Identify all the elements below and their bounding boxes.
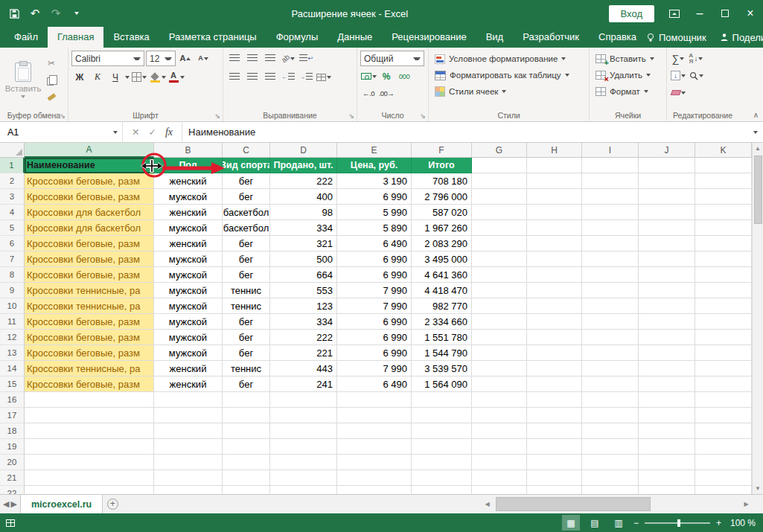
cell-A7[interactable]: Кроссовки беговые, разм: [25, 251, 154, 267]
name-box[interactable]: A1: [0, 122, 123, 142]
cell-H10[interactable]: [527, 298, 582, 314]
cell-E6[interactable]: 6 490: [337, 236, 412, 251]
column-header-C[interactable]: C: [223, 143, 270, 158]
cell-G11[interactable]: [472, 314, 527, 330]
cell-A2[interactable]: Кроссовки беговые, разм: [25, 173, 154, 189]
cell-J22[interactable]: [639, 486, 695, 494]
cell-F15[interactable]: 1 564 090: [412, 376, 472, 392]
cell-I11[interactable]: [582, 314, 639, 330]
ribbon-tab-7[interactable]: Вид: [476, 27, 514, 48]
autosum-button[interactable]: ∑: [670, 51, 686, 66]
cell-I4[interactable]: [582, 205, 639, 220]
cell-D16[interactable]: [270, 392, 337, 408]
orientation-button[interactable]: ab: [280, 51, 296, 66]
cell-G8[interactable]: [472, 267, 527, 283]
cell-E18[interactable]: [337, 423, 412, 439]
cell-F12[interactable]: 1 551 780: [412, 330, 472, 345]
cell-F2[interactable]: 708 180: [412, 173, 472, 189]
cell-I14[interactable]: [582, 361, 639, 376]
minimize-button[interactable]: –: [687, 0, 712, 27]
sheet-tab-active[interactable]: microexcel.ru: [20, 495, 103, 513]
cell-F5[interactable]: 1 967 260: [412, 220, 472, 236]
cell-C16[interactable]: [223, 392, 270, 408]
cell-F4[interactable]: 587 020: [412, 205, 472, 220]
scroll-right-icon[interactable]: ▶: [741, 501, 752, 507]
column-header-A[interactable]: A: [25, 143, 154, 158]
cell-H19[interactable]: [527, 439, 582, 455]
cell-D21[interactable]: [270, 470, 337, 486]
ribbon-tab-9[interactable]: Справка: [589, 27, 646, 48]
cell-B12[interactable]: мужской: [154, 330, 223, 345]
cell-D3[interactable]: 400: [270, 189, 337, 205]
cell-C17[interactable]: [223, 408, 270, 423]
cell-G14[interactable]: [472, 361, 527, 376]
cell-A15[interactable]: Кроссовки беговые, разм: [25, 376, 154, 392]
cell-H17[interactable]: [527, 408, 582, 423]
cell-F16[interactable]: [412, 392, 472, 408]
column-header-B[interactable]: B: [154, 143, 223, 158]
maximize-button[interactable]: [712, 0, 738, 27]
clear-button[interactable]: [670, 85, 686, 100]
borders-button[interactable]: [131, 69, 147, 85]
cell-D22[interactable]: [270, 486, 337, 494]
cell-I19[interactable]: [582, 439, 639, 455]
expand-formula-bar-icon[interactable]: [748, 122, 763, 142]
cell-C8[interactable]: бег: [223, 267, 270, 283]
row-header-2[interactable]: 2: [0, 173, 25, 189]
cell-H4[interactable]: [527, 205, 582, 220]
scroll-up-icon[interactable]: ▲: [753, 143, 763, 154]
row-header-18[interactable]: 18: [0, 423, 25, 439]
cell-F11[interactable]: 2 334 660: [412, 314, 472, 330]
cell-A5[interactable]: Кроссовки для баскетбол: [25, 220, 154, 236]
cell-A1[interactable]: Наименование: [25, 158, 154, 173]
align-bottom-button[interactable]: [262, 51, 278, 66]
cancel-entry-icon[interactable]: ✕: [132, 126, 139, 138]
cell-E14[interactable]: 7 990: [337, 361, 412, 376]
column-header-I[interactable]: I: [582, 143, 639, 158]
cell-C20[interactable]: [223, 455, 270, 470]
cell-I7[interactable]: [582, 251, 639, 267]
cell-K14[interactable]: [695, 361, 752, 376]
cell-J9[interactable]: [639, 283, 695, 298]
cell-A8[interactable]: Кроссовки беговые, разм: [25, 267, 154, 283]
cell-K11[interactable]: [695, 314, 752, 330]
fill-button[interactable]: ↓: [670, 68, 686, 83]
cell-I2[interactable]: [582, 173, 639, 189]
sort-filter-button[interactable]: АЯ↓: [688, 51, 704, 66]
cell-A10[interactable]: Кроссовки теннисные, ра: [25, 298, 154, 314]
cell-G22[interactable]: [472, 486, 527, 494]
cell-G7[interactable]: [472, 251, 527, 267]
font-size-combo[interactable]: 12: [146, 51, 176, 66]
cell-F10[interactable]: 982 770: [412, 298, 472, 314]
cell-F19[interactable]: [412, 439, 472, 455]
cell-A18[interactable]: [25, 423, 154, 439]
cell-I18[interactable]: [582, 423, 639, 439]
decrease-font-size-button[interactable]: А: [195, 51, 211, 66]
cell-F21[interactable]: [412, 470, 472, 486]
cell-J15[interactable]: [639, 376, 695, 392]
cell-B20[interactable]: [154, 455, 223, 470]
cell-G3[interactable]: [472, 189, 527, 205]
confirm-entry-icon[interactable]: ✓: [148, 126, 156, 138]
cell-D13[interactable]: 221: [270, 345, 337, 361]
select-all-button[interactable]: [0, 143, 25, 158]
format-painter-button[interactable]: [43, 89, 60, 105]
cell-styles-button[interactable]: Стили ячеек: [432, 83, 586, 100]
row-header-16[interactable]: 16: [0, 392, 25, 408]
cell-K1[interactable]: [695, 158, 752, 173]
cell-J18[interactable]: [639, 423, 695, 439]
cell-E21[interactable]: [337, 470, 412, 486]
cell-H16[interactable]: [527, 392, 582, 408]
cell-I1[interactable]: [582, 158, 639, 173]
cell-H15[interactable]: [527, 376, 582, 392]
cell-A22[interactable]: [25, 486, 154, 494]
cell-E1[interactable]: Цена, руб.: [337, 158, 412, 173]
cell-E20[interactable]: [337, 455, 412, 470]
cell-E11[interactable]: 6 990: [337, 314, 412, 330]
underline-dropdown-icon[interactable]: [125, 76, 130, 79]
cell-I8[interactable]: [582, 267, 639, 283]
cell-K21[interactable]: [695, 470, 752, 486]
cell-I3[interactable]: [582, 189, 639, 205]
cell-H13[interactable]: [527, 345, 582, 361]
cell-H12[interactable]: [527, 330, 582, 345]
